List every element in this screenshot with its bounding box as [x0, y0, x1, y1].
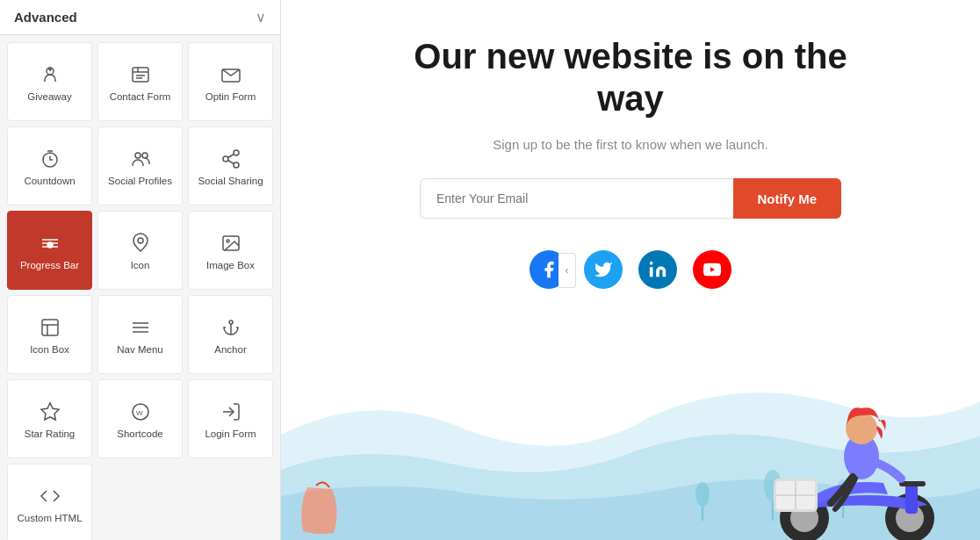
widget-contact-form[interactable]: Contact Form [97, 42, 183, 121]
left-panel: Advanced ∨ Giveaway [0, 0, 281, 540]
youtube-icon[interactable] [693, 250, 731, 289]
giveaway-label: Giveaway [27, 90, 72, 104]
svg-point-19 [47, 242, 53, 248]
notify-button[interactable]: Notify Me [733, 178, 842, 219]
widget-nav-menu[interactable]: Nav Menu [97, 295, 183, 374]
twitter-icon[interactable] [584, 250, 623, 289]
panel-header: Advanced ∨ [0, 0, 280, 35]
progress-bar-label: Progress Bar [20, 259, 79, 272]
countdown-icon [40, 148, 61, 169]
nav-menu-label: Nav Menu [117, 343, 162, 356]
panel-title: Advanced [14, 10, 77, 25]
optin-form-label: Optin Form [205, 90, 256, 104]
widget-icon-box[interactable]: Icon Box [7, 295, 92, 374]
progress-bar-icon [40, 233, 61, 254]
svg-point-9 [135, 153, 141, 158]
preview-title: Our new website is on the way [411, 35, 850, 119]
image-box-label: Image Box [206, 259, 255, 272]
svg-point-12 [223, 156, 228, 162]
widget-shortcode[interactable]: W Shortcode [97, 379, 183, 458]
email-form: Notify Me [420, 178, 841, 219]
countdown-label: Countdown [24, 175, 75, 188]
icon-box-icon [40, 317, 61, 338]
svg-rect-1 [133, 68, 148, 82]
image-box-icon [220, 233, 241, 254]
linkedin-icon[interactable] [638, 250, 677, 289]
right-panel: Our new website is on the way Sign up to… [281, 0, 980, 540]
icon-box-label: Icon Box [30, 343, 69, 356]
widget-social-profiles[interactable]: Social Profiles [97, 126, 183, 205]
widget-custom-html[interactable]: Custom HTML [7, 464, 92, 540]
widget-icon[interactable]: Icon [97, 211, 183, 290]
svg-point-11 [234, 150, 239, 155]
svg-rect-23 [42, 320, 58, 335]
scooter-illustration [734, 356, 971, 540]
widget-image-box[interactable]: Image Box [188, 211, 273, 290]
star-rating-icon [40, 401, 61, 422]
shortcode-icon: W [130, 401, 151, 422]
svg-line-15 [227, 154, 234, 157]
giveaway-icon [40, 64, 61, 85]
panel-collapse-icon[interactable]: ∨ [256, 9, 266, 25]
custom-html-icon [40, 486, 61, 507]
widget-login-form[interactable]: Login Form [188, 379, 273, 458]
svg-marker-31 [41, 403, 59, 420]
preview-area: Our new website is on the way Sign up to… [281, 0, 980, 540]
login-form-icon [220, 401, 241, 422]
shortcode-label: Shortcode [117, 428, 162, 441]
contact-form-label: Contact Form [110, 90, 171, 104]
svg-point-22 [227, 240, 229, 242]
panel-collapse-handle[interactable]: ‹ [558, 253, 576, 288]
social-sharing-label: Social Sharing [198, 175, 263, 188]
svg-point-37 [695, 482, 710, 507]
svg-text:W: W [136, 409, 143, 417]
anchor-icon [220, 317, 241, 338]
svg-line-14 [227, 160, 234, 163]
optin-form-icon [220, 64, 241, 85]
svg-rect-47 [905, 483, 918, 514]
login-form-label: Login Form [205, 428, 256, 441]
anchor-label: Anchor [214, 343, 246, 356]
email-input[interactable] [420, 178, 733, 219]
custom-html-label: Custom HTML [17, 512, 82, 525]
widgets-grid: Giveaway Contact Form [0, 35, 280, 540]
nav-menu-icon [130, 317, 151, 338]
social-sharing-icon [220, 148, 241, 169]
widget-star-rating[interactable]: Star Rating [7, 379, 92, 458]
preview-subtitle: Sign up to be the first to know when we … [493, 137, 768, 152]
star-rating-label: Star Rating [25, 428, 76, 441]
widget-anchor[interactable]: Anchor [188, 295, 273, 374]
widget-optin-form[interactable]: Optin Form [188, 42, 273, 121]
widget-countdown[interactable]: Countdown [7, 126, 92, 205]
svg-point-10 [142, 153, 148, 158]
svg-point-20 [138, 238, 143, 243]
svg-point-13 [234, 162, 239, 168]
left-decoration [290, 435, 360, 540]
contact-form-icon [130, 64, 151, 85]
widget-giveaway[interactable]: Giveaway [7, 42, 92, 121]
social-profiles-label: Social Profiles [108, 175, 172, 188]
widget-social-sharing[interactable]: Social Sharing [188, 126, 273, 205]
icon-widget-icon [130, 233, 151, 254]
widget-progress-bar[interactable]: Progress Bar [7, 211, 92, 290]
social-profiles-icon [130, 148, 151, 169]
svg-point-29 [229, 320, 233, 324]
icon-widget-label: Icon [131, 259, 150, 272]
svg-point-35 [650, 262, 653, 265]
